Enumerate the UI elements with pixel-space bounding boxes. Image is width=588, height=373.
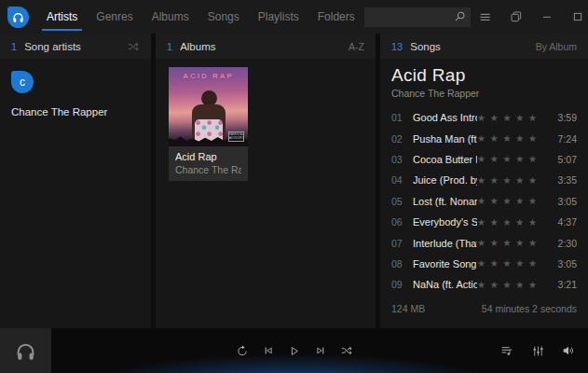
songs-total-duration: 54 minutes 2 seconds <box>482 303 577 314</box>
track-row[interactable]: 01 Good Ass Intro (ft. BJ... ★ ★ ★ ★ ★ 3… <box>391 107 577 128</box>
next-button[interactable] <box>311 338 330 364</box>
songs-album-title: Acid Rap <box>391 65 577 86</box>
artist-item[interactable]: c Chance The Rapper <box>0 59 151 130</box>
track-rating-stars[interactable]: ★ ★ ★ ★ ★ <box>477 133 538 144</box>
minimize-button[interactable] <box>532 0 563 34</box>
mini-player-button[interactable] <box>501 0 532 34</box>
track-number: 02 <box>391 133 405 145</box>
album-tile[interactable]: ACID RAP PARENTAL ADVISORY Acid Rap Chan… <box>169 67 248 181</box>
artists-panel: 1 Song artists c Chance The Rapper <box>0 34 151 328</box>
track-title: Pusha Man (ft. Nate F... <box>413 133 477 145</box>
songs-total-size: 124 MB <box>391 303 425 314</box>
tab-label: Songs <box>208 10 239 23</box>
songs-sort-button[interactable]: By Album <box>536 41 577 52</box>
track-row[interactable]: 03 Cocoa Butter Kisses (ft... ★ ★ ★ ★ ★ … <box>391 149 577 170</box>
search-box[interactable] <box>364 7 471 27</box>
tab-playlists[interactable]: Playlists <box>249 0 308 34</box>
albums-panel: 1 Albums A-Z ACID RAP PARENTAL ADVISORY … <box>156 34 376 328</box>
track-row[interactable]: 07 Interlude (That's Love)... ★ ★ ★ ★ ★ … <box>391 232 577 253</box>
album-caption: Acid Rap Chance The Rapper <box>169 146 248 181</box>
albums-sort-button[interactable]: A-Z <box>349 41 364 52</box>
track-title: Lost (ft. Noname Gyps... <box>413 196 477 207</box>
track-rating-stars[interactable]: ★ ★ ★ ★ ★ <box>477 280 538 290</box>
track-row[interactable]: 04 Juice (Prod. by Nate F... ★ ★ ★ ★ ★ 3… <box>391 170 577 190</box>
track-number: 06 <box>391 216 405 228</box>
parental-advisory-sticker: PARENTAL ADVISORY <box>228 131 244 142</box>
equalizer-icon <box>531 344 545 358</box>
volume-button[interactable] <box>558 338 579 364</box>
artist-name: Chance The Rapper <box>11 106 140 117</box>
track-title: Everybody's Somethin... <box>413 216 477 228</box>
track-rating-stars[interactable]: ★ ★ ★ ★ ★ <box>477 175 538 186</box>
play-icon <box>287 344 301 358</box>
artists-count: 1 <box>11 41 17 52</box>
album-name: Acid Rap <box>175 151 241 162</box>
track-duration: 2:30 <box>549 238 577 249</box>
track-row[interactable]: 09 NaNa (ft. Action Brons... ★ ★ ★ ★ ★ 3… <box>391 274 577 295</box>
songs-title: Songs <box>410 41 441 52</box>
track-number: 05 <box>391 196 405 207</box>
stacked-windows-icon <box>509 9 524 24</box>
track-duration: 3:05 <box>549 196 577 207</box>
songs-album-artist: Chance The Rapper <box>391 88 577 99</box>
track-duration: 3:05 <box>549 258 577 269</box>
maximize-icon <box>570 9 585 24</box>
shuffle-artists-button[interactable] <box>127 40 140 53</box>
track-row[interactable]: 05 Lost (ft. Noname Gyps... ★ ★ ★ ★ ★ 3:… <box>391 191 577 212</box>
tab-folders[interactable]: Folders <box>308 0 364 34</box>
search-icon[interactable] <box>452 9 468 25</box>
tab-genres[interactable]: Genres <box>87 0 142 34</box>
previous-button[interactable] <box>259 338 278 364</box>
albums-title: Albums <box>180 41 215 52</box>
track-row[interactable]: 02 Pusha Man (ft. Nate F... ★ ★ ★ ★ ★ 7:… <box>391 128 577 148</box>
track-title: Cocoa Butter Kisses (ft... <box>413 154 477 165</box>
play-button[interactable] <box>285 338 304 364</box>
shuffle-icon <box>340 344 353 357</box>
tab-label: Genres <box>96 10 132 23</box>
track-duration: 4:37 <box>549 216 577 228</box>
track-number: 09 <box>391 279 405 290</box>
search-input[interactable] <box>371 11 452 22</box>
artist-avatar: c <box>11 71 34 93</box>
track-duration: 3:59 <box>549 112 577 123</box>
track-rating-stars[interactable]: ★ ★ ★ ★ ★ <box>477 113 538 123</box>
playback-controls <box>233 328 356 373</box>
player-cover-placeholder <box>0 328 51 373</box>
loop-button[interactable] <box>233 338 252 364</box>
track-row[interactable]: 08 Favorite Song (ft. Child... ★ ★ ★ ★ ★… <box>391 254 577 274</box>
track-rating-stars[interactable]: ★ ★ ★ ★ ★ <box>477 258 538 269</box>
equalizer-button[interactable] <box>527 338 548 364</box>
track-row[interactable]: 06 Everybody's Somethin... ★ ★ ★ ★ ★ 4:3… <box>391 212 577 232</box>
tab-songs[interactable]: Songs <box>198 0 249 34</box>
tab-albums[interactable]: Albums <box>143 0 198 34</box>
shuffle-icon <box>127 40 140 53</box>
albums-header: 1 Albums A-Z <box>156 34 376 59</box>
artists-title: Song artists <box>24 41 81 52</box>
albums-count: 1 <box>167 41 172 52</box>
track-duration: 5:07 <box>549 154 577 165</box>
artists-list: c Chance The Rapper <box>0 59 151 328</box>
menu-button[interactable] <box>471 0 501 34</box>
main-area: 1 Song artists c Chance The Rapper 1 <box>0 34 588 328</box>
headphones-icon <box>13 338 38 364</box>
tab-label: Folders <box>318 10 355 23</box>
track-number: 07 <box>391 238 405 249</box>
albums-grid: ACID RAP PARENTAL ADVISORY Acid Rap Chan… <box>156 59 376 328</box>
track-title: Good Ass Intro (ft. BJ... <box>413 112 477 123</box>
tab-label: Artists <box>47 10 77 23</box>
maximize-button[interactable] <box>563 0 588 34</box>
queue-icon <box>499 343 514 358</box>
track-duration: 3:35 <box>549 174 577 186</box>
track-number: 08 <box>391 258 405 269</box>
track-rating-stars[interactable]: ★ ★ ★ ★ ★ <box>477 196 538 206</box>
previous-icon <box>262 344 275 357</box>
player-right-controls <box>497 328 579 373</box>
queue-button[interactable] <box>497 338 517 364</box>
track-title: NaNa (ft. Action Brons... <box>413 279 477 290</box>
track-rating-stars[interactable]: ★ ★ ★ ★ ★ <box>477 154 538 164</box>
track-rating-stars[interactable]: ★ ★ ★ ★ ★ <box>477 238 538 248</box>
shuffle-button[interactable] <box>337 338 356 364</box>
loop-icon <box>236 344 249 357</box>
tab-artists[interactable]: Artists <box>37 0 87 34</box>
track-rating-stars[interactable]: ★ ★ ★ ★ ★ <box>477 217 538 228</box>
